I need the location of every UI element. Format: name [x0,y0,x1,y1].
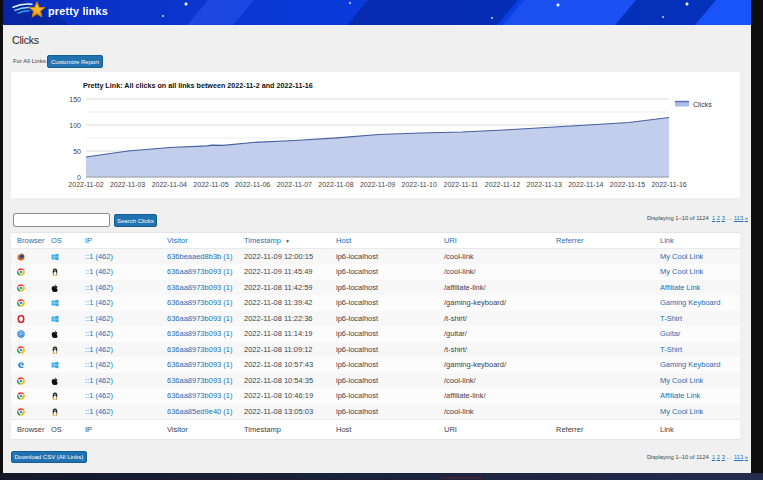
svg-text:150: 150 [69,96,81,103]
svg-text:2022-11-12: 2022-11-12 [485,181,520,188]
svg-text:2022-11-15: 2022-11-15 [610,181,645,188]
svg-text:2022-11-09: 2022-11-09 [360,181,395,188]
svg-text:2022-11-06: 2022-11-06 [235,181,270,188]
svg-text:2022-11-04: 2022-11-04 [152,181,187,188]
svg-text:2022-11-16: 2022-11-16 [651,181,686,188]
svg-text:100: 100 [69,122,81,129]
svg-text:2022-11-13: 2022-11-13 [527,181,562,188]
svg-text:2022-11-10: 2022-11-10 [402,181,437,188]
svg-text:2022-11-05: 2022-11-05 [193,181,228,188]
svg-text:2022-11-03: 2022-11-03 [110,181,145,188]
svg-text:2022-11-02: 2022-11-02 [68,181,103,188]
svg-text:pretty links: pretty links [48,5,108,17]
svg-text:2022-11-14: 2022-11-14 [568,181,603,188]
svg-text:2022-11-11: 2022-11-11 [444,181,479,188]
svg-text:0: 0 [77,174,81,181]
svg-text:Pretty Link: All clicks on all: Pretty Link: All clicks on all links bet… [83,81,313,90]
svg-text:2022-11-07: 2022-11-07 [277,181,312,188]
svg-text:50: 50 [73,148,81,155]
svg-text:2022-11-08: 2022-11-08 [318,181,353,188]
svg-text:Clicks: Clicks [693,101,712,108]
